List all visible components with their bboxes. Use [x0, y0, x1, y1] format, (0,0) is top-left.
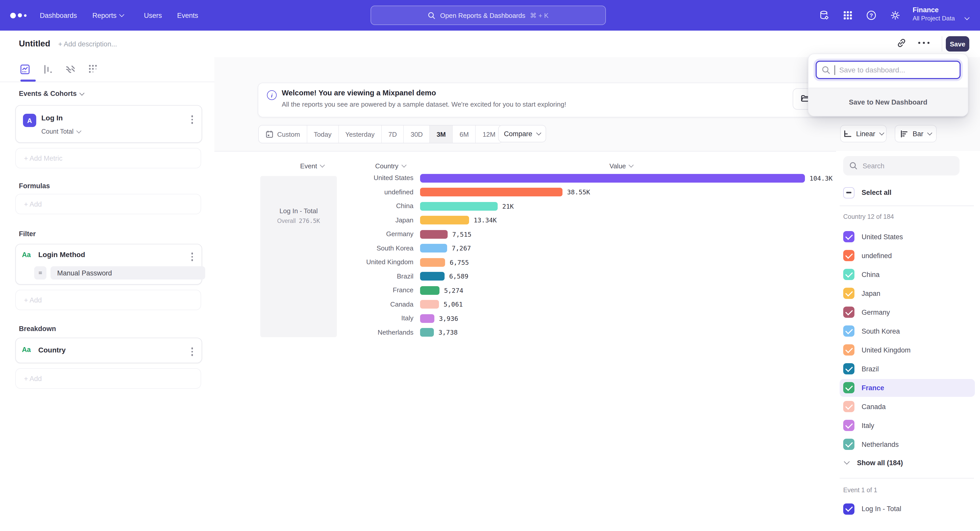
country-row-netherlands[interactable]: Netherlands: [840, 435, 975, 453]
chart-type-bar-button[interactable]: Bar: [895, 125, 937, 142]
filter-value[interactable]: Manual Password: [51, 266, 205, 279]
date-range-yesterday[interactable]: Yesterday: [339, 125, 382, 143]
report-title[interactable]: Untitled: [19, 39, 50, 48]
column-header-value[interactable]: Value: [609, 162, 633, 170]
country-checkbox[interactable]: [843, 288, 854, 299]
country-checkbox[interactable]: [843, 325, 854, 337]
select-all-checkbox[interactable]: [843, 187, 854, 198]
bar-united-kingdom[interactable]: [420, 258, 445, 266]
country-row-canada[interactable]: Canada: [840, 398, 975, 415]
tab-funnels-icon[interactable]: [42, 63, 54, 76]
more-options-icon[interactable]: [917, 41, 929, 53]
filter-operator[interactable]: =: [34, 266, 46, 279]
country-checkbox[interactable]: [843, 344, 854, 355]
bar-netherlands[interactable]: [420, 328, 434, 337]
filter-kebab-icon[interactable]: [189, 251, 194, 262]
event-series-cell[interactable]: Log In - Total Overall276.5K: [260, 176, 337, 337]
column-header-event[interactable]: Event: [300, 162, 325, 170]
bar-canada[interactable]: [420, 300, 439, 309]
country-checkbox[interactable]: [843, 231, 854, 242]
date-range-3m[interactable]: 3M: [430, 125, 453, 143]
add-filter-button[interactable]: + Add: [15, 290, 201, 310]
apps-grid-icon[interactable]: [842, 10, 853, 21]
country-row-japan[interactable]: Japan: [840, 284, 975, 302]
date-range-7d[interactable]: 7D: [382, 125, 404, 143]
bar-france[interactable]: [420, 286, 439, 295]
bar-germany[interactable]: [420, 230, 448, 238]
metric-kebab-icon[interactable]: [189, 114, 194, 125]
project-switcher[interactable]: Finance All Project Data: [913, 6, 955, 22]
event-checkbox[interactable]: [843, 503, 854, 514]
nav-dashboards[interactable]: Dashboards: [40, 0, 77, 31]
breakdown-card-country[interactable]: Aa Country: [15, 338, 202, 363]
compare-button[interactable]: Compare: [498, 125, 546, 142]
save-to-dashboard-input[interactable]: Save to dashboard...: [816, 61, 961, 79]
country-row-south-korea[interactable]: South Korea: [840, 322, 975, 340]
add-metric-button[interactable]: + Add Metric: [15, 148, 201, 168]
bar-japan[interactable]: [420, 216, 469, 224]
metric-aggregation[interactable]: Count Total: [41, 128, 81, 135]
country-checkbox[interactable]: [843, 363, 854, 374]
select-all-row[interactable]: Select all: [840, 184, 975, 201]
date-range-6m[interactable]: 6M: [453, 125, 476, 143]
country-row-united-kingdom[interactable]: United Kingdom: [840, 341, 975, 359]
copy-link-icon[interactable]: [895, 37, 907, 49]
country-row-undefined[interactable]: undefined: [840, 247, 975, 265]
bar-undefined[interactable]: [420, 188, 563, 197]
country-row-france[interactable]: France: [840, 379, 975, 396]
nav-events[interactable]: Events: [177, 0, 198, 31]
country-checkbox[interactable]: [843, 439, 854, 450]
info-icon: i: [267, 90, 277, 100]
country-checkbox[interactable]: [843, 382, 854, 393]
date-range-30d[interactable]: 30D: [404, 125, 430, 143]
tab-flows-icon[interactable]: [64, 63, 76, 76]
nav-users[interactable]: Users: [144, 0, 162, 31]
tab-insights-icon[interactable]: [19, 63, 31, 76]
bar-south-korea[interactable]: [420, 244, 447, 252]
country-row-italy[interactable]: Italy: [840, 417, 975, 434]
banner-title: Welcome! You are viewing a Mixpanel demo: [282, 89, 436, 97]
metric-card-log-in[interactable]: A Log In Count Total: [15, 105, 202, 143]
column-header-country[interactable]: Country: [375, 162, 406, 170]
settings-gear-icon[interactable]: [890, 10, 901, 21]
event-item-label: Log In - Total: [862, 505, 901, 513]
global-search-input[interactable]: Open Reports & Dashboards ⌘ + K: [371, 6, 606, 25]
tab-retention-icon[interactable]: [87, 63, 99, 76]
add-formula-button[interactable]: + Add: [15, 194, 201, 214]
save-to-new-dashboard-button[interactable]: Save to New Dashboard: [808, 88, 968, 116]
mixpanel-logo-icon[interactable]: [10, 0, 27, 31]
country-row-china[interactable]: China: [840, 265, 975, 283]
bar-value-label: 7,515: [452, 230, 471, 238]
bar-italy[interactable]: [420, 314, 434, 323]
bar-brazil[interactable]: [420, 272, 445, 281]
date-range-today[interactable]: Today: [307, 125, 339, 143]
project-chevron-down-icon[interactable]: [962, 13, 973, 24]
date-range-custom[interactable]: Custom: [259, 125, 307, 143]
add-breakdown-button[interactable]: + Add: [15, 368, 201, 389]
legend-divider: [840, 206, 974, 206]
event-checkbox-row[interactable]: Log In - Total: [840, 500, 975, 518]
data-management-icon[interactable]: [819, 10, 830, 21]
add-description-field[interactable]: + Add description...: [58, 40, 117, 48]
country-checkbox[interactable]: [843, 269, 854, 280]
legend-search-input[interactable]: Search: [843, 156, 959, 176]
country-group-label: Country 12 of 184: [843, 213, 894, 220]
bar-china[interactable]: [420, 202, 498, 211]
save-button[interactable]: Save: [946, 36, 969, 52]
events-cohorts-label[interactable]: Events & Cohorts: [19, 90, 84, 97]
country-row-brazil[interactable]: Brazil: [840, 360, 975, 378]
nav-reports[interactable]: Reports: [92, 0, 124, 31]
country-checkbox[interactable]: [843, 250, 854, 261]
country-checkbox[interactable]: [843, 420, 854, 431]
bar-category-label: Japan: [327, 216, 414, 225]
country-checkbox[interactable]: [843, 401, 854, 412]
linear-scale-button[interactable]: Linear: [840, 125, 886, 142]
show-all-button[interactable]: Show all (184): [840, 454, 975, 471]
country-row-germany[interactable]: Germany: [840, 303, 975, 321]
country-row-united-states[interactable]: United States: [840, 228, 975, 246]
filter-card-login-method[interactable]: Aa Login Method = Manual Password: [15, 244, 202, 285]
help-icon[interactable]: ?: [865, 10, 877, 21]
breakdown-kebab-icon[interactable]: [189, 346, 194, 357]
bar-united-states[interactable]: [420, 174, 805, 182]
country-checkbox[interactable]: [843, 307, 854, 318]
